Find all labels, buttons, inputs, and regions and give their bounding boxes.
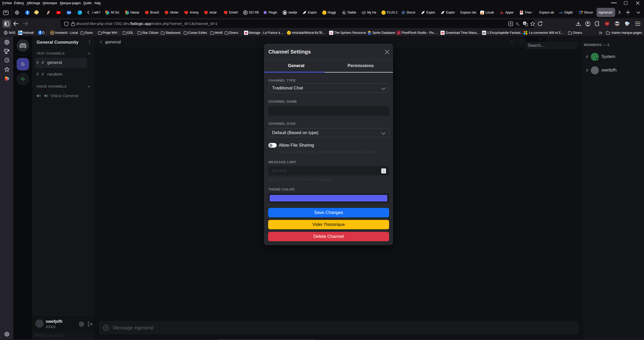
svg-text:DSM: DSM xyxy=(67,12,71,14)
svg-text:UO: UO xyxy=(606,23,608,25)
svg-text:S: S xyxy=(330,31,332,35)
svg-text:cloud: cloud xyxy=(362,12,365,14)
svg-text:EF: EF xyxy=(483,32,486,34)
svg-text:adn: adn xyxy=(559,11,563,14)
svg-text:A: A xyxy=(518,24,519,26)
svg-text:SL: SL xyxy=(500,11,504,14)
svg-text:S.: S. xyxy=(343,11,345,14)
svg-text:P: P xyxy=(245,11,247,14)
